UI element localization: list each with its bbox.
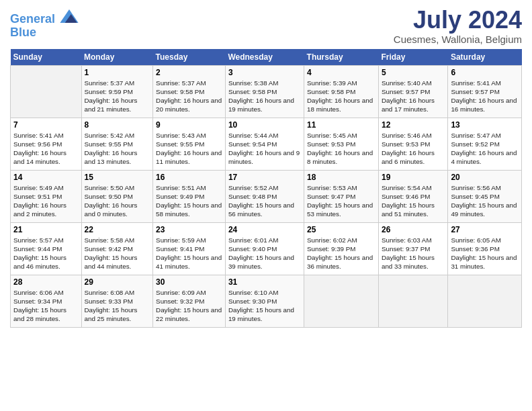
calendar-week-row: 21 Sunrise: 5:57 AM Sunset: 9:44 PM Dayl… [11,222,522,275]
table-row: 11 Sunrise: 5:45 AM Sunset: 9:53 PM Dayl… [304,118,379,170]
day-info: Sunrise: 6:06 AM Sunset: 9:34 PM Dayligh… [13,288,79,324]
day-number: 5 [382,68,445,77]
header-tuesday: Tuesday [153,49,226,66]
day-number: 3 [228,68,301,77]
sunset-text: Sunset: 9:58 PM [156,88,204,95]
daylight-text: Daylight: 15 hours and 56 minutes. [228,201,294,218]
table-row: 17 Sunrise: 5:52 AM Sunset: 9:48 PM Dayl… [225,170,304,222]
day-number: 10 [228,120,301,130]
daylight-text: Daylight: 16 hours and 8 minutes. [307,149,373,165]
table-row: 25 Sunrise: 6:02 AM Sunset: 9:39 PM Dayl… [304,222,379,275]
daylight-text: Daylight: 15 hours and 31 minutes. [451,254,517,270]
weekday-header-row: Sunday Monday Tuesday Wednesday Thursday… [11,49,522,66]
header-thursday: Thursday [304,49,379,66]
day-number: 12 [382,120,445,130]
day-number: 7 [13,120,79,130]
day-number: 11 [307,120,375,130]
daylight-text: Daylight: 16 hours and 11 minutes. [156,149,222,165]
table-row: 9 Sunrise: 5:43 AM Sunset: 9:55 PM Dayli… [153,118,226,170]
subtitle: Cuesmes, Wallonia, Belgium [394,34,522,45]
logo: General Blue [10,9,79,40]
daylight-text: Daylight: 16 hours and 18 minutes. [307,97,373,113]
day-number: 4 [307,68,375,77]
main-title: July 2024 [394,7,522,34]
day-info: Sunrise: 5:51 AM Sunset: 9:49 PM Dayligh… [156,183,222,219]
table-row: 5 Sunrise: 5:40 AM Sunset: 9:57 PM Dayli… [378,65,447,118]
sunrise-text: Sunrise: 5:49 AM [13,184,64,191]
day-number: 30 [156,277,222,287]
day-info: Sunrise: 5:41 AM Sunset: 9:56 PM Dayligh… [13,131,79,167]
sunset-text: Sunset: 9:41 PM [156,245,204,253]
table-row: 19 Sunrise: 5:54 AM Sunset: 9:46 PM Dayl… [378,170,447,222]
sunset-text: Sunset: 9:47 PM [307,193,355,200]
sunset-text: Sunset: 9:49 PM [156,193,204,200]
sunrise-text: Sunrise: 5:54 AM [382,184,432,191]
daylight-text: Daylight: 16 hours and 2 minutes. [13,201,66,218]
sunset-text: Sunset: 9:57 PM [451,88,499,95]
table-row: 6 Sunrise: 5:41 AM Sunset: 9:57 PM Dayli… [448,65,522,118]
table-row: 22 Sunrise: 5:58 AM Sunset: 9:42 PM Dayl… [81,222,153,275]
calendar-week-row: 14 Sunrise: 5:49 AM Sunset: 9:51 PM Dayl… [11,170,522,222]
daylight-text: Daylight: 15 hours and 51 minutes. [382,201,435,218]
day-number: 17 [228,173,301,182]
table-row: 28 Sunrise: 6:06 AM Sunset: 9:34 PM Dayl… [11,275,82,327]
header-wednesday: Wednesday [225,49,304,66]
day-number: 27 [451,225,519,234]
table-row: 3 Sunrise: 5:38 AM Sunset: 9:58 PM Dayli… [225,65,304,118]
logo-icon [60,9,79,23]
sunset-text: Sunset: 9:58 PM [228,88,277,95]
sunrise-text: Sunrise: 6:10 AM [228,289,279,296]
page-container: General Blue July 2024 Cuesmes, Wallonia… [0,0,532,334]
daylight-text: Daylight: 16 hours and 14 minutes. [13,149,66,165]
calendar-week-row: 7 Sunrise: 5:41 AM Sunset: 9:56 PM Dayli… [11,118,522,170]
sunrise-text: Sunrise: 5:52 AM [228,184,279,191]
day-info: Sunrise: 5:52 AM Sunset: 9:48 PM Dayligh… [228,183,301,219]
day-number: 18 [307,173,375,182]
sunrise-text: Sunrise: 5:40 AM [382,79,432,87]
day-info: Sunrise: 5:43 AM Sunset: 9:55 PM Dayligh… [156,131,222,167]
sunrise-text: Sunrise: 5:37 AM [156,79,206,87]
day-info: Sunrise: 5:37 AM Sunset: 9:58 PM Dayligh… [156,79,222,114]
daylight-text: Daylight: 15 hours and 33 minutes. [382,254,435,270]
table-row [304,275,379,327]
calendar-week-row: 28 Sunrise: 6:06 AM Sunset: 9:34 PM Dayl… [11,275,522,327]
sunset-text: Sunset: 9:53 PM [382,140,430,148]
day-info: Sunrise: 6:02 AM Sunset: 9:39 PM Dayligh… [307,236,375,271]
sunset-text: Sunset: 9:39 PM [307,245,355,253]
table-row: 4 Sunrise: 5:39 AM Sunset: 9:58 PM Dayli… [304,65,379,118]
sunrise-text: Sunrise: 6:05 AM [451,236,501,244]
table-row: 21 Sunrise: 5:57 AM Sunset: 9:44 PM Dayl… [11,222,82,275]
sunset-text: Sunset: 9:56 PM [13,140,62,148]
day-number: 9 [156,120,222,130]
table-row: 13 Sunrise: 5:47 AM Sunset: 9:52 PM Dayl… [448,118,522,170]
table-row: 23 Sunrise: 5:59 AM Sunset: 9:41 PM Dayl… [153,222,226,275]
table-row: 24 Sunrise: 6:01 AM Sunset: 9:40 PM Dayl… [225,222,304,275]
day-number: 8 [85,120,150,130]
daylight-text: Daylight: 16 hours and 0 minutes. [85,201,138,218]
day-number: 23 [156,225,222,234]
table-row: 10 Sunrise: 5:44 AM Sunset: 9:54 PM Dayl… [225,118,304,170]
day-info: Sunrise: 6:09 AM Sunset: 9:32 PM Dayligh… [156,288,222,324]
sunrise-text: Sunrise: 5:51 AM [156,184,206,191]
sunset-text: Sunset: 9:48 PM [228,193,277,200]
day-number: 25 [307,225,375,234]
daylight-text: Daylight: 15 hours and 46 minutes. [13,254,66,270]
daylight-text: Daylight: 16 hours and 20 minutes. [156,97,222,113]
sunset-text: Sunset: 9:45 PM [451,193,499,200]
sunset-text: Sunset: 9:32 PM [156,298,204,305]
header: General Blue July 2024 Cuesmes, Wallonia… [10,7,522,45]
sunrise-text: Sunrise: 6:08 AM [85,289,135,296]
day-number: 13 [451,120,519,130]
sunset-text: Sunset: 9:42 PM [85,245,133,253]
day-info: Sunrise: 5:38 AM Sunset: 9:58 PM Dayligh… [228,79,301,114]
day-info: Sunrise: 5:57 AM Sunset: 9:44 PM Dayligh… [13,236,79,271]
sunrise-text: Sunrise: 5:43 AM [156,132,206,139]
table-row: 14 Sunrise: 5:49 AM Sunset: 9:51 PM Dayl… [11,170,82,222]
sunset-text: Sunset: 9:50 PM [85,193,133,200]
day-info: Sunrise: 5:54 AM Sunset: 9:46 PM Dayligh… [382,183,445,219]
day-info: Sunrise: 5:49 AM Sunset: 9:51 PM Dayligh… [13,183,79,219]
calendar-week-row: 1 Sunrise: 5:37 AM Sunset: 9:59 PM Dayli… [11,65,522,118]
day-info: Sunrise: 5:40 AM Sunset: 9:57 PM Dayligh… [382,79,445,114]
table-row: 16 Sunrise: 5:51 AM Sunset: 9:49 PM Dayl… [153,170,226,222]
daylight-text: Daylight: 15 hours and 49 minutes. [451,201,517,218]
